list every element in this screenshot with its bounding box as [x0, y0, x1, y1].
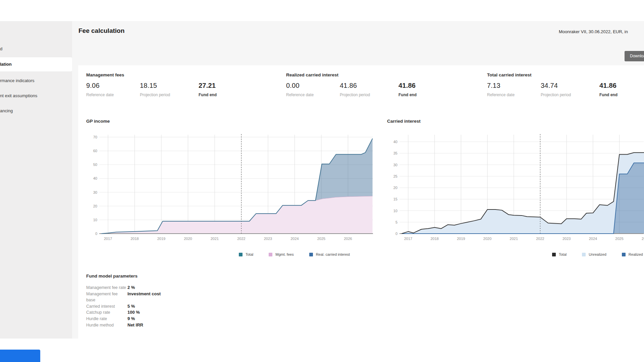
param-value: Investment cost	[127, 291, 227, 303]
param-label: Carried interest	[86, 303, 127, 310]
legend-item[interactable]: Mgmt. fees	[269, 252, 293, 256]
legend-label: Realized	[629, 252, 643, 256]
svg-text:2024: 2024	[589, 237, 597, 241]
svg-text:0: 0	[395, 232, 397, 236]
stat-value: 41.86	[340, 82, 398, 89]
stat-group-title: Management fees	[86, 72, 217, 77]
stat-col: 27.21Fund end	[199, 82, 217, 97]
legend-swatch-icon	[582, 253, 586, 256]
svg-text:30: 30	[393, 163, 397, 167]
fund-model-parameters-rows: Management fee rate2 %Management fee bas…	[86, 285, 227, 328]
fund-context-label: Moonraker VII, 30.06.2022, EUR, in	[559, 29, 628, 34]
svg-text:50: 50	[93, 163, 97, 167]
legend-item[interactable]: Realized	[622, 252, 643, 256]
svg-text:10: 10	[93, 218, 97, 222]
sidebar-item-3[interactable]: nt exit assumptions	[0, 93, 37, 98]
gp-income-legend: TotalMgmt. feesReal. carried interest	[239, 251, 373, 258]
legend-label: Real. carried interest	[316, 252, 350, 256]
svg-text:2023: 2023	[264, 237, 272, 241]
svg-text:20: 20	[393, 186, 397, 190]
sidebar-item-1[interactable]: lation	[0, 57, 72, 71]
stat-label: Reference date	[286, 93, 340, 97]
legend-swatch-icon	[622, 253, 626, 256]
page-title: Fee calculation	[78, 27, 124, 35]
param-label: Management fee rate	[86, 285, 127, 291]
param-row: Catchup rate100 %	[86, 309, 227, 316]
svg-text:2024: 2024	[290, 237, 299, 241]
svg-text:2025: 2025	[615, 237, 623, 241]
param-row: Hurdle methodNet IRR	[86, 322, 227, 328]
legend-item[interactable]: Real. carried interest	[309, 252, 350, 256]
svg-text:2017: 2017	[404, 237, 412, 241]
stat-label: Projection period	[541, 93, 599, 97]
stat-col: 0.00Reference date	[286, 82, 340, 97]
svg-text:15: 15	[393, 197, 397, 201]
svg-text:2026: 2026	[344, 237, 352, 241]
svg-text:40: 40	[93, 176, 97, 180]
stat-value: 0.00	[286, 82, 340, 89]
svg-text:40: 40	[393, 140, 397, 144]
sidebar-item-0[interactable]: d	[0, 46, 2, 51]
param-value: 5 %	[127, 303, 227, 310]
param-row: Management fee baseInvestment cost	[86, 291, 227, 303]
svg-text:2018: 2018	[130, 237, 139, 241]
stat-group-0: Management fees9.06Reference date18.15Pr…	[86, 72, 217, 97]
svg-text:2022: 2022	[536, 237, 544, 241]
svg-text:2021: 2021	[510, 237, 518, 241]
param-value: Net IRR	[127, 322, 227, 328]
param-label: Hurdle rate	[86, 316, 127, 322]
svg-text:60: 60	[93, 149, 97, 153]
stat-group-1: Realized carried interest0.00Reference d…	[286, 72, 417, 97]
stat-value: 41.86	[398, 82, 417, 89]
legend-item[interactable]: Unrealized	[582, 252, 606, 256]
stat-col: 7.13Reference date	[487, 82, 541, 97]
stat-value: 34.74	[541, 82, 599, 89]
svg-text:2025: 2025	[317, 237, 325, 241]
svg-text:2018: 2018	[430, 237, 438, 241]
gp-income-chart: 0102030405060702017201820192020202120222…	[88, 133, 375, 244]
carried-interest-chart: 0510152025303540201720182019202020212022…	[387, 133, 644, 244]
legend-swatch-icon	[269, 253, 272, 256]
param-row: Management fee rate2 %	[86, 285, 227, 291]
svg-text:0: 0	[95, 232, 97, 236]
stat-value: 9.06	[86, 82, 140, 89]
download-button[interactable]: Download	[625, 51, 644, 61]
svg-text:2021: 2021	[211, 237, 219, 241]
stat-col: 41.86Fund end	[599, 82, 618, 97]
svg-text:70: 70	[93, 135, 97, 139]
gp-income-chart-title: GP income	[86, 119, 110, 124]
sidebar-item-2[interactable]: rmance indicators	[0, 78, 35, 83]
svg-text:2022: 2022	[237, 237, 245, 241]
svg-text:2019: 2019	[157, 237, 165, 241]
stat-label: Reference date	[487, 93, 541, 97]
sidebar-item-4[interactable]: ancing	[0, 108, 13, 113]
stat-group-title: Total carried interest	[487, 72, 618, 77]
stat-group-title: Realized carried interest	[286, 72, 417, 77]
top-bar	[0, 0, 644, 21]
svg-text:2026: 2026	[642, 237, 644, 241]
carried-interest-legend: TotalUnrealizedRealized	[552, 251, 644, 258]
stat-label: Reference date	[86, 93, 140, 97]
param-label: Catchup rate	[86, 309, 127, 316]
stat-label: Projection period	[140, 93, 199, 97]
carried-interest-chart-title: Carried interest	[387, 119, 421, 124]
stat-label: Projection period	[340, 93, 398, 97]
stat-col: 34.74Projection period	[541, 82, 599, 97]
param-value: 2 %	[127, 285, 227, 291]
svg-text:30: 30	[93, 190, 97, 194]
stat-value: 41.86	[599, 82, 618, 89]
chat-widget-button[interactable]	[0, 350, 40, 362]
stat-value: 18.15	[140, 82, 199, 89]
svg-text:2020: 2020	[483, 237, 491, 241]
fund-model-parameters: Fund model parameters Management fee rat…	[86, 274, 227, 328]
legend-item[interactable]: Total	[239, 252, 253, 256]
param-row: Carried interest5 %	[86, 303, 227, 310]
svg-text:2020: 2020	[184, 237, 192, 241]
legend-item[interactable]: Total	[552, 252, 567, 256]
svg-text:2023: 2023	[562, 237, 571, 241]
stat-value: 27.21	[199, 82, 217, 89]
svg-text:25: 25	[393, 174, 397, 178]
param-value: 9 %	[127, 316, 227, 322]
stat-col: 41.86Projection period	[340, 82, 398, 97]
param-row: Hurdle rate9 %	[86, 316, 227, 322]
